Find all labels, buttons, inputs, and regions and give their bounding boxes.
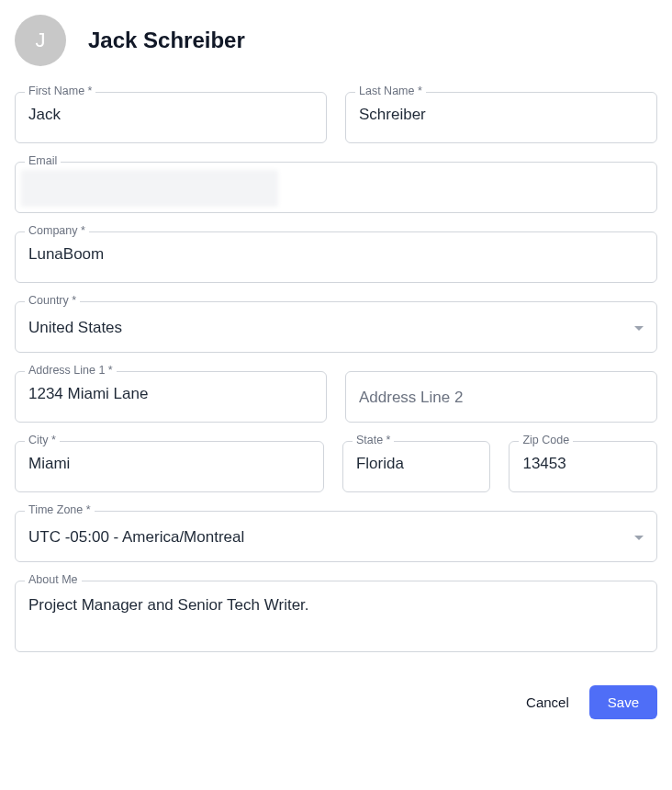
state-label: State * — [353, 434, 395, 446]
country-select[interactable]: Country * United States — [15, 301, 657, 353]
country-label: Country * — [25, 294, 80, 307]
about-me-field[interactable]: About Me Project Manager and Senior Tech… — [15, 581, 657, 652]
email-label: Email — [25, 154, 61, 167]
last-name-label: Last Name * — [355, 85, 426, 97]
zip-label: Zip Code — [519, 434, 573, 446]
profile-header: J Jack Schreiber — [15, 15, 657, 66]
page-title: Jack Schreiber — [88, 28, 245, 53]
first-name-value[interactable]: Jack — [28, 106, 313, 124]
state-field[interactable]: State * Florida — [342, 441, 491, 492]
address1-label: Address Line 1 * — [25, 364, 117, 377]
chevron-down-icon — [634, 326, 644, 331]
profile-form: First Name * Jack Last Name * Schreiber … — [15, 92, 657, 719]
chevron-down-icon — [634, 536, 644, 540]
company-field[interactable]: Company * LunaBoom — [15, 231, 657, 283]
about-label: About Me — [25, 573, 82, 586]
timezone-label: Time Zone * — [25, 503, 95, 516]
first-name-label: First Name * — [25, 85, 95, 97]
address-line-2-field[interactable]: Address Line 2 — [345, 371, 657, 423]
save-button[interactable]: Save — [589, 685, 657, 719]
email-field[interactable]: Email — [15, 162, 657, 213]
city-label: City * — [25, 434, 60, 446]
zip-value[interactable]: 13453 — [522, 455, 644, 473]
cancel-button[interactable]: Cancel — [522, 687, 573, 717]
address-line-1-field[interactable]: Address Line 1 * 1234 Miami Lane — [15, 371, 327, 423]
country-value: United States — [28, 319, 627, 337]
timezone-value: UTC -05:00 - America/Montreal — [28, 528, 627, 547]
address1-value[interactable]: 1234 Miami Lane — [28, 385, 313, 403]
last-name-value[interactable]: Schreiber — [359, 106, 644, 124]
timezone-select[interactable]: Time Zone * UTC -05:00 - America/Montrea… — [15, 511, 657, 562]
avatar-initial: J — [36, 28, 46, 52]
city-field[interactable]: City * Miami — [15, 441, 324, 492]
state-value[interactable]: Florida — [356, 455, 477, 473]
first-name-field[interactable]: First Name * Jack — [15, 92, 327, 143]
last-name-field[interactable]: Last Name * Schreiber — [345, 92, 657, 143]
city-value[interactable]: Miami — [28, 455, 310, 473]
email-redacted-block — [21, 170, 278, 207]
about-value[interactable]: Project Manager and Senior Tech Writer. — [28, 594, 644, 616]
address2-placeholder: Address Line 2 — [359, 389, 463, 407]
avatar: J — [15, 15, 66, 66]
zip-field[interactable]: Zip Code 13453 — [509, 441, 657, 492]
company-label: Company * — [25, 224, 89, 237]
form-actions: Cancel Save — [15, 685, 657, 719]
company-value[interactable]: LunaBoom — [28, 245, 644, 264]
